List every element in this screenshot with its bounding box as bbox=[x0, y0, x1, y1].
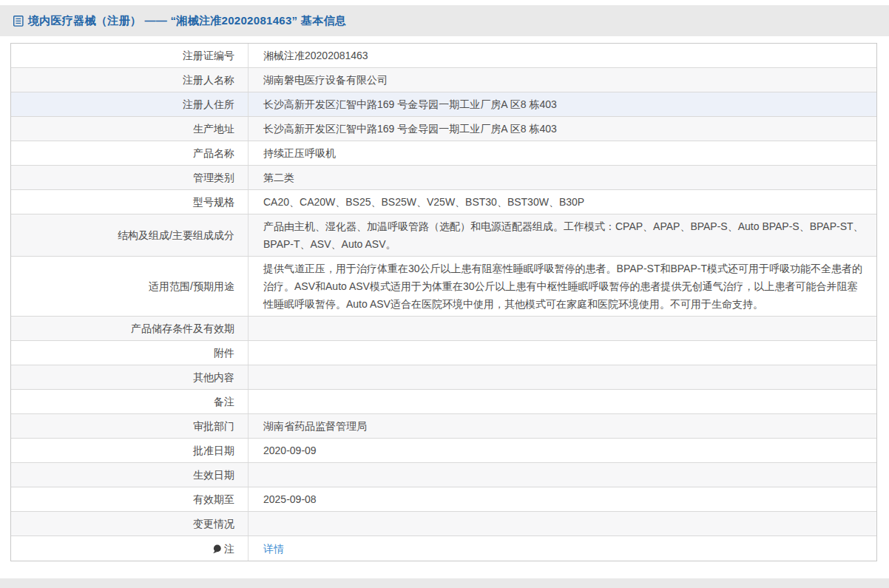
table-row-change-status: 变更情况 bbox=[11, 512, 876, 536]
table-row-effective-date: 生效日期 bbox=[11, 463, 876, 487]
row-value bbox=[249, 463, 876, 487]
table-row-other-content: 其他内容 bbox=[11, 365, 876, 390]
document-icon bbox=[13, 15, 24, 27]
table-row-storage-conditions: 产品储存条件及有效期 bbox=[11, 317, 876, 341]
row-value: 产品由主机、湿化器、加温呼吸管路（选配）和电源适配器组成。工作模式：CPAP、A… bbox=[249, 214, 876, 256]
row-value: 2020-09-09 bbox=[249, 439, 876, 462]
row-label: 生产地址 bbox=[11, 117, 249, 141]
row-label: 批准日期 bbox=[11, 439, 249, 462]
registration-info-table: 注册证编号 湘械注准20202081463 注册人名称 湖南磐电医疗设备有限公司… bbox=[10, 43, 877, 561]
row-value bbox=[249, 365, 876, 389]
row-label: 注册人名称 bbox=[11, 68, 249, 92]
table-row-registrant-name: 注册人名称 湖南磐电医疗设备有限公司 bbox=[11, 68, 876, 92]
row-label: 备注 bbox=[11, 390, 249, 413]
table-row-valid-until: 有效期至 2025-09-08 bbox=[11, 487, 876, 512]
row-label: 注册人住所 bbox=[11, 92, 249, 116]
row-label: 生效日期 bbox=[11, 463, 249, 487]
row-value: CA20、CA20W、BS25、BS25W、V25W、BST30、BST30W、… bbox=[249, 190, 876, 214]
table-row-approval-date: 批准日期 2020-09-09 bbox=[11, 439, 876, 463]
row-label: 型号规格 bbox=[11, 190, 249, 214]
row-value: 湖南省药品监督管理局 bbox=[249, 414, 876, 438]
row-value: 长沙高新开发区汇智中路169 号金导园一期工业厂房A 区8 栋403 bbox=[249, 92, 876, 116]
row-value: 第二类 bbox=[249, 166, 876, 189]
row-label: 注册证编号 bbox=[11, 44, 249, 67]
row-label: 适用范围/预期用途 bbox=[11, 257, 249, 316]
row-label: 审批部门 bbox=[11, 414, 249, 438]
row-value: 2025-09-08 bbox=[249, 487, 876, 511]
row-value bbox=[249, 341, 876, 365]
row-label: 有效期至 bbox=[11, 487, 249, 511]
table-row-model-spec: 型号规格 CA20、CA20W、BS25、BS25W、V25W、BST30、BS… bbox=[11, 190, 876, 214]
table-row-management-category: 管理类别 第二类 bbox=[11, 166, 876, 190]
row-value bbox=[249, 390, 876, 413]
row-value: 持续正压呼吸机 bbox=[249, 141, 876, 165]
table-row-remarks: 备注 bbox=[11, 390, 876, 414]
row-value bbox=[249, 512, 876, 535]
row-value: 提供气道正压，用于治疗体重在30公斤以上患有阻塞性睡眠呼吸暂停的患者。BPAP-… bbox=[249, 257, 876, 316]
detail-link[interactable]: 详情 bbox=[263, 540, 284, 558]
row-label: 附件 bbox=[11, 341, 249, 365]
table-row-registrant-address: 注册人住所 长沙高新开发区汇智中路169 号金导园一期工业厂房A 区8 栋403 bbox=[11, 92, 876, 117]
table-row-product-name: 产品名称 持续正压呼吸机 bbox=[11, 141, 876, 166]
row-label: 注 bbox=[11, 536, 249, 561]
row-label: 结构及组成/主要组成成分 bbox=[11, 214, 249, 256]
row-value: 湘械注准20202081463 bbox=[249, 44, 876, 67]
page-title: 境内医疗器械（注册） —— “湘械注准20202081463” 基本信息 bbox=[28, 14, 346, 28]
table-row-production-address: 生产地址 长沙高新开发区汇智中路169 号金导园一期工业厂房A 区8 栋403 bbox=[11, 117, 876, 141]
footer-strip bbox=[0, 578, 889, 588]
row-value: 详情 bbox=[249, 536, 876, 561]
speech-balloon-icon bbox=[212, 544, 222, 554]
row-label: 变更情况 bbox=[11, 512, 249, 535]
row-value bbox=[249, 317, 876, 340]
table-row-note: 注 详情 bbox=[11, 536, 876, 561]
row-label: 管理类别 bbox=[11, 166, 249, 189]
page-header: 境内医疗器械（注册） —— “湘械注准20202081463” 基本信息 bbox=[0, 5, 889, 36]
table-row-certificate-number: 注册证编号 湘械注准20202081463 bbox=[11, 44, 876, 68]
table-row-approval-department: 审批部门 湖南省药品监督管理局 bbox=[11, 414, 876, 439]
table-row-attachments: 附件 bbox=[11, 341, 876, 365]
row-value: 湖南磐电医疗设备有限公司 bbox=[249, 68, 876, 92]
row-label: 其他内容 bbox=[11, 365, 249, 389]
registration-info-page: 境内医疗器械（注册） —— “湘械注准20202081463” 基本信息 注册证… bbox=[0, 0, 889, 588]
row-label: 产品名称 bbox=[11, 141, 249, 165]
table-row-structure-composition: 结构及组成/主要组成成分 产品由主机、湿化器、加温呼吸管路（选配）和电源适配器组… bbox=[11, 214, 876, 257]
row-label-text: 注 bbox=[224, 540, 234, 558]
row-value: 长沙高新开发区汇智中路169 号金导园一期工业厂房A 区8 栋403 bbox=[249, 117, 876, 141]
row-label: 产品储存条件及有效期 bbox=[11, 317, 249, 340]
table-row-intended-use: 适用范围/预期用途 提供气道正压，用于治疗体重在30公斤以上患有阻塞性睡眠呼吸暂… bbox=[11, 257, 876, 317]
